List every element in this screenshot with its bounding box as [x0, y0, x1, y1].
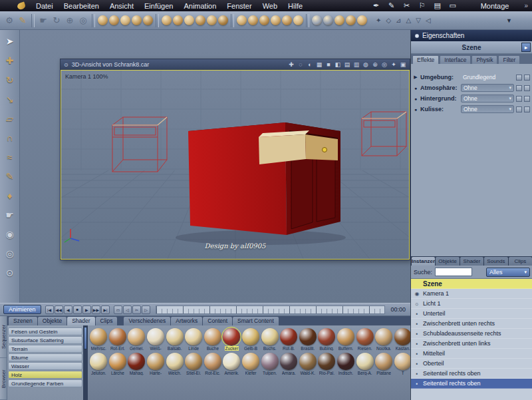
instances-tab[interactable]: Instanzen	[412, 257, 435, 266]
hand-tool-icon[interactable]: ☛	[37, 15, 50, 25]
menu-item[interactable]: Animation	[178, 2, 221, 10]
workspace-label[interactable]: Montage	[481, 2, 509, 10]
timeline-edit-button[interactable]: ◁	[123, 305, 132, 314]
primitive-tool-icon[interactable]	[259, 15, 270, 25]
3d-viewport[interactable]: Kamera 1 100% Design by alf0905	[61, 70, 410, 260]
animate-button[interactable]: Animieren	[3, 305, 41, 314]
instance-row[interactable]: ▪ Mittelteil	[411, 349, 532, 359]
insert-object-tool-icon[interactable]: ✦	[376, 17, 381, 24]
brush-tool-icon[interactable]: ✎	[16, 15, 29, 25]
instance-row[interactable]: ▪ Oberteil	[411, 359, 532, 369]
panel-side-tab[interactable]: Browser	[0, 358, 7, 400]
transport-button[interactable]: ▶|	[101, 305, 110, 314]
panel-side-tab[interactable]: Sequenzer	[0, 316, 7, 358]
primitive-tool-icon[interactable]	[195, 15, 206, 25]
search-input[interactable]	[435, 268, 472, 276]
dolly-view-icon[interactable]: ◌	[297, 61, 304, 68]
scrollbar-thumb[interactable]	[84, 327, 87, 349]
primitive-tool-icon[interactable]	[311, 15, 323, 25]
Rot-Erl.[interactable]: Rot-Erl.	[108, 328, 128, 351]
scissors-tool-icon[interactable]: ✂	[402, 1, 412, 10]
instances-tab[interactable]: Objekte	[436, 257, 459, 266]
property-expand-icon[interactable]: ▶	[413, 75, 418, 80]
category-row[interactable]: Subsurface Scattering	[8, 336, 82, 344]
timeline-edit-button[interactable]: ▭	[114, 305, 122, 314]
property-option-button[interactable]	[516, 106, 522, 112]
timeline-edit-button[interactable]: ✂	[132, 305, 141, 314]
split-horizontal-icon[interactable]: ◧	[334, 61, 341, 68]
primitive-tool-icon[interactable]	[323, 15, 334, 25]
menubar-chevron-icon[interactable]: »	[524, 2, 528, 9]
menu-item[interactable]: Einfügen	[139, 2, 178, 10]
properties-tab[interactable]: Interface	[440, 55, 471, 64]
Amara.[interactable]: Amara.	[279, 353, 299, 375]
browser-tab[interactable]: Smart Content	[233, 317, 279, 325]
viewport-titlebar[interactable]: ⊙ 3D-Ansicht von Schrank8.car ✚◌◐▦■◧▤▥◍⊕…	[61, 59, 410, 70]
instance-row[interactable]: ▪ Zwischenbrett unten links	[411, 339, 532, 349]
properties-tab[interactable]: Filter	[498, 55, 520, 64]
property-value-dropdown[interactable]: Ohne ▾	[461, 84, 514, 92]
primitive-tool-icon[interactable]	[97, 15, 108, 25]
transport-button[interactable]: ■	[73, 305, 82, 314]
Buttern.[interactable]: Buttern.	[336, 328, 356, 351]
category-row[interactable]: Wasser	[8, 362, 82, 370]
browser-tab[interactable]: Artworks	[171, 317, 202, 325]
quad-view-icon[interactable]: ▥	[353, 61, 360, 68]
scene-next-button[interactable]: ▸	[521, 43, 531, 52]
instance-row[interactable]: ☼ Licht 1	[411, 299, 532, 309]
toolbar-separator[interactable]	[92, 14, 95, 27]
property-expand-icon[interactable]: ●	[413, 86, 418, 91]
scene-selector-bar[interactable]: Szene ▸	[411, 41, 532, 54]
Indisch.[interactable]: Indisch.	[336, 353, 356, 375]
Kastan.[interactable]: Kastan.	[394, 328, 411, 351]
dolly-view-tool-icon[interactable]: ◎	[76, 15, 90, 25]
Harte-[interactable]: Harte-	[146, 353, 166, 375]
toolbar-collapse-icon[interactable]: ▼	[506, 17, 512, 24]
primitive-tool-icon[interactable]	[142, 15, 154, 25]
property-option-button[interactable]	[524, 75, 530, 81]
primitive-tool-icon[interactable]	[345, 15, 356, 25]
transport-button[interactable]: |◀	[45, 305, 54, 314]
menu-item[interactable]: Ansicht	[104, 2, 139, 10]
viewport-menu-icon[interactable]: ⊙	[64, 62, 68, 68]
insert-object-tool-icon[interactable]: ◇	[386, 17, 391, 24]
sphere-preview-icon[interactable]: ◍	[362, 61, 369, 68]
render-mode-icon[interactable]: ◐	[307, 61, 313, 68]
browser-tab[interactable]: Szenen	[9, 317, 37, 325]
primitive-tool-icon[interactable]	[184, 15, 195, 25]
zoom-view-tool-icon[interactable]: ⊕	[63, 15, 76, 25]
magnet-tool-icon[interactable]: ∩	[3, 132, 17, 144]
solid-mode-icon[interactable]: ■	[325, 61, 332, 68]
property-value-dropdown[interactable]: Ohne ▾	[461, 95, 514, 102]
Kiefer[interactable]: Kiefer	[241, 353, 261, 375]
instance-row[interactable]: ▪ Schubladeaussenseite rechts	[411, 329, 532, 339]
Rot-Eic.[interactable]: Rot-Eic.	[203, 353, 223, 375]
browser-tab[interactable]: Content	[203, 317, 232, 325]
timeline-edit-button[interactable]: ▷	[142, 305, 150, 314]
property-value-dropdown[interactable]: Grundlegend ▾	[461, 73, 514, 81]
pen-tool-icon[interactable]: ✒	[372, 1, 381, 10]
primitive-tool-icon[interactable]	[217, 15, 229, 25]
page-tool-icon[interactable]: ▤	[433, 1, 442, 10]
instance-row[interactable]: ▪ Zwischenbrett unten rechts	[411, 319, 532, 329]
primitive-tool-icon[interactable]	[108, 15, 120, 25]
Amerik.[interactable]: Amerik.	[222, 353, 241, 375]
shear-tool-icon[interactable]: ▱	[3, 112, 17, 125]
property-value-dropdown[interactable]: Ohne ▾	[461, 105, 514, 113]
Rot-B.[interactable]: Rot-B.	[279, 328, 299, 351]
Linde[interactable]: Linde	[184, 328, 203, 351]
browser-tab[interactable]: Clips	[96, 317, 118, 325]
transport-button[interactable]: ▶	[82, 305, 91, 314]
T[interactable]: T	[394, 353, 411, 375]
instance-row[interactable]: Szene	[411, 279, 532, 289]
toolbar-separator[interactable]	[31, 14, 35, 27]
flag-tool-icon[interactable]: ⚐	[418, 1, 427, 10]
Gelb-B[interactable]: Gelb-B	[241, 328, 261, 351]
instance-row[interactable]: ◉ Kamera 1	[411, 289, 532, 299]
insert-object-tool-icon[interactable]: ▽	[416, 17, 421, 24]
target-tool-icon[interactable]: ⊙	[3, 267, 17, 280]
property-expand-icon[interactable]: ●	[413, 97, 418, 101]
Tulpen.[interactable]: Tulpen.	[260, 353, 279, 375]
property-option-button[interactable]	[516, 96, 522, 102]
menu-item[interactable]: Datei	[31, 2, 59, 10]
